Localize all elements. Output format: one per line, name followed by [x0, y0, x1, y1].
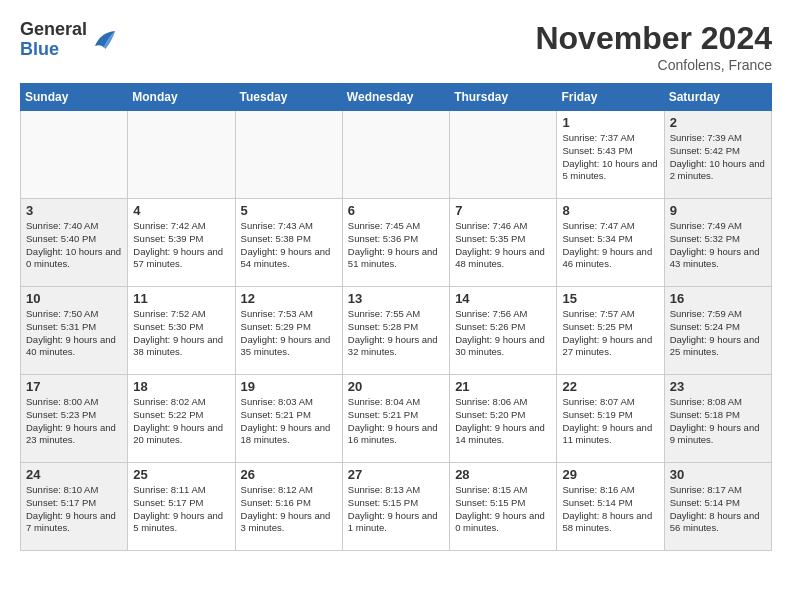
calendar-cell: 7Sunrise: 7:46 AM Sunset: 5:35 PM Daylig… [450, 199, 557, 287]
day-number: 5 [241, 203, 337, 218]
week-row-1: 3Sunrise: 7:40 AM Sunset: 5:40 PM Daylig… [21, 199, 772, 287]
calendar-cell [450, 111, 557, 199]
calendar-cell: 6Sunrise: 7:45 AM Sunset: 5:36 PM Daylig… [342, 199, 449, 287]
week-row-4: 24Sunrise: 8:10 AM Sunset: 5:17 PM Dayli… [21, 463, 772, 551]
day-info: Sunrise: 7:46 AM Sunset: 5:35 PM Dayligh… [455, 220, 551, 271]
day-info: Sunrise: 8:02 AM Sunset: 5:22 PM Dayligh… [133, 396, 229, 447]
day-info: Sunrise: 8:11 AM Sunset: 5:17 PM Dayligh… [133, 484, 229, 535]
day-number: 26 [241, 467, 337, 482]
day-info: Sunrise: 8:04 AM Sunset: 5:21 PM Dayligh… [348, 396, 444, 447]
day-number: 8 [562, 203, 658, 218]
day-number: 21 [455, 379, 551, 394]
day-number: 10 [26, 291, 122, 306]
day-info: Sunrise: 7:39 AM Sunset: 5:42 PM Dayligh… [670, 132, 766, 183]
day-info: Sunrise: 7:53 AM Sunset: 5:29 PM Dayligh… [241, 308, 337, 359]
logo: General Blue [20, 20, 119, 60]
calendar-cell: 15Sunrise: 7:57 AM Sunset: 5:25 PM Dayli… [557, 287, 664, 375]
day-info: Sunrise: 8:13 AM Sunset: 5:15 PM Dayligh… [348, 484, 444, 535]
calendar-cell: 2Sunrise: 7:39 AM Sunset: 5:42 PM Daylig… [664, 111, 771, 199]
day-number: 13 [348, 291, 444, 306]
day-info: Sunrise: 7:42 AM Sunset: 5:39 PM Dayligh… [133, 220, 229, 271]
calendar-cell: 26Sunrise: 8:12 AM Sunset: 5:16 PM Dayli… [235, 463, 342, 551]
logo-text: General Blue [20, 20, 87, 60]
day-info: Sunrise: 7:47 AM Sunset: 5:34 PM Dayligh… [562, 220, 658, 271]
weekday-header-thursday: Thursday [450, 84, 557, 111]
day-info: Sunrise: 7:57 AM Sunset: 5:25 PM Dayligh… [562, 308, 658, 359]
calendar-cell: 22Sunrise: 8:07 AM Sunset: 5:19 PM Dayli… [557, 375, 664, 463]
weekday-header-row: SundayMondayTuesdayWednesdayThursdayFrid… [21, 84, 772, 111]
month-title: November 2024 [535, 20, 772, 57]
weekday-header-saturday: Saturday [664, 84, 771, 111]
calendar-cell: 20Sunrise: 8:04 AM Sunset: 5:21 PM Dayli… [342, 375, 449, 463]
day-info: Sunrise: 8:07 AM Sunset: 5:19 PM Dayligh… [562, 396, 658, 447]
day-number: 17 [26, 379, 122, 394]
day-info: Sunrise: 8:06 AM Sunset: 5:20 PM Dayligh… [455, 396, 551, 447]
weekday-header-tuesday: Tuesday [235, 84, 342, 111]
calendar-cell: 23Sunrise: 8:08 AM Sunset: 5:18 PM Dayli… [664, 375, 771, 463]
day-number: 22 [562, 379, 658, 394]
calendar-cell [235, 111, 342, 199]
calendar-cell: 17Sunrise: 8:00 AM Sunset: 5:23 PM Dayli… [21, 375, 128, 463]
day-number: 9 [670, 203, 766, 218]
calendar-cell: 10Sunrise: 7:50 AM Sunset: 5:31 PM Dayli… [21, 287, 128, 375]
calendar-cell [342, 111, 449, 199]
day-info: Sunrise: 7:59 AM Sunset: 5:24 PM Dayligh… [670, 308, 766, 359]
logo-blue: Blue [20, 39, 59, 59]
day-info: Sunrise: 7:37 AM Sunset: 5:43 PM Dayligh… [562, 132, 658, 183]
weekday-header-sunday: Sunday [21, 84, 128, 111]
day-number: 29 [562, 467, 658, 482]
day-number: 18 [133, 379, 229, 394]
day-info: Sunrise: 7:40 AM Sunset: 5:40 PM Dayligh… [26, 220, 122, 271]
day-info: Sunrise: 8:12 AM Sunset: 5:16 PM Dayligh… [241, 484, 337, 535]
calendar-cell: 14Sunrise: 7:56 AM Sunset: 5:26 PM Dayli… [450, 287, 557, 375]
day-number: 4 [133, 203, 229, 218]
day-info: Sunrise: 8:17 AM Sunset: 5:14 PM Dayligh… [670, 484, 766, 535]
day-info: Sunrise: 7:45 AM Sunset: 5:36 PM Dayligh… [348, 220, 444, 271]
calendar-cell [21, 111, 128, 199]
calendar-cell: 27Sunrise: 8:13 AM Sunset: 5:15 PM Dayli… [342, 463, 449, 551]
calendar-cell: 30Sunrise: 8:17 AM Sunset: 5:14 PM Dayli… [664, 463, 771, 551]
calendar-cell: 8Sunrise: 7:47 AM Sunset: 5:34 PM Daylig… [557, 199, 664, 287]
day-number: 20 [348, 379, 444, 394]
calendar-cell: 25Sunrise: 8:11 AM Sunset: 5:17 PM Dayli… [128, 463, 235, 551]
day-info: Sunrise: 8:16 AM Sunset: 5:14 PM Dayligh… [562, 484, 658, 535]
day-info: Sunrise: 7:50 AM Sunset: 5:31 PM Dayligh… [26, 308, 122, 359]
week-row-0: 1Sunrise: 7:37 AM Sunset: 5:43 PM Daylig… [21, 111, 772, 199]
day-info: Sunrise: 8:08 AM Sunset: 5:18 PM Dayligh… [670, 396, 766, 447]
calendar-cell: 18Sunrise: 8:02 AM Sunset: 5:22 PM Dayli… [128, 375, 235, 463]
title-block: November 2024 Confolens, France [535, 20, 772, 73]
day-info: Sunrise: 7:56 AM Sunset: 5:26 PM Dayligh… [455, 308, 551, 359]
day-info: Sunrise: 7:43 AM Sunset: 5:38 PM Dayligh… [241, 220, 337, 271]
weekday-header-wednesday: Wednesday [342, 84, 449, 111]
calendar-cell: 21Sunrise: 8:06 AM Sunset: 5:20 PM Dayli… [450, 375, 557, 463]
calendar-cell: 1Sunrise: 7:37 AM Sunset: 5:43 PM Daylig… [557, 111, 664, 199]
day-number: 1 [562, 115, 658, 130]
calendar-cell: 9Sunrise: 7:49 AM Sunset: 5:32 PM Daylig… [664, 199, 771, 287]
day-info: Sunrise: 7:49 AM Sunset: 5:32 PM Dayligh… [670, 220, 766, 271]
day-number: 25 [133, 467, 229, 482]
day-number: 23 [670, 379, 766, 394]
day-info: Sunrise: 7:52 AM Sunset: 5:30 PM Dayligh… [133, 308, 229, 359]
page-header: General Blue November 2024 Confolens, Fr… [20, 20, 772, 73]
day-number: 11 [133, 291, 229, 306]
calendar-cell: 29Sunrise: 8:16 AM Sunset: 5:14 PM Dayli… [557, 463, 664, 551]
weekday-header-monday: Monday [128, 84, 235, 111]
weekday-header-friday: Friday [557, 84, 664, 111]
calendar-cell: 19Sunrise: 8:03 AM Sunset: 5:21 PM Dayli… [235, 375, 342, 463]
calendar-cell [128, 111, 235, 199]
day-number: 2 [670, 115, 766, 130]
day-info: Sunrise: 7:55 AM Sunset: 5:28 PM Dayligh… [348, 308, 444, 359]
week-row-2: 10Sunrise: 7:50 AM Sunset: 5:31 PM Dayli… [21, 287, 772, 375]
calendar-cell: 28Sunrise: 8:15 AM Sunset: 5:15 PM Dayli… [450, 463, 557, 551]
day-info: Sunrise: 8:00 AM Sunset: 5:23 PM Dayligh… [26, 396, 122, 447]
calendar-cell: 3Sunrise: 7:40 AM Sunset: 5:40 PM Daylig… [21, 199, 128, 287]
day-info: Sunrise: 8:03 AM Sunset: 5:21 PM Dayligh… [241, 396, 337, 447]
logo-general: General [20, 19, 87, 39]
day-number: 14 [455, 291, 551, 306]
day-info: Sunrise: 8:10 AM Sunset: 5:17 PM Dayligh… [26, 484, 122, 535]
calendar-cell: 24Sunrise: 8:10 AM Sunset: 5:17 PM Dayli… [21, 463, 128, 551]
day-number: 19 [241, 379, 337, 394]
day-number: 3 [26, 203, 122, 218]
day-number: 6 [348, 203, 444, 218]
logo-bird-icon [89, 25, 119, 55]
